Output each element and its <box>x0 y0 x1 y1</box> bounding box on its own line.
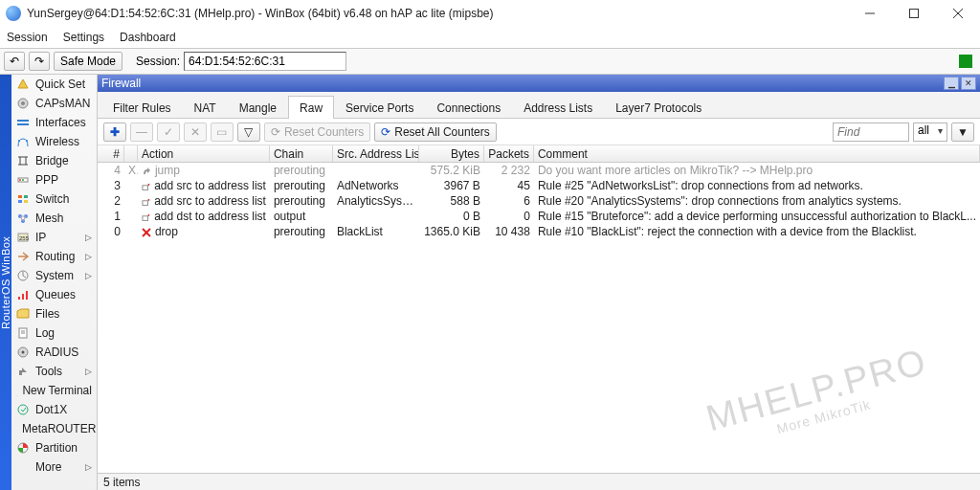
sidebar-icon <box>16 461 30 473</box>
sidebar-item-tools[interactable]: Tools▷ <box>11 362 97 381</box>
sidebar-icon <box>16 155 30 167</box>
table-row[interactable]: 1add dst to address listoutput0 B0Rule #… <box>98 209 980 224</box>
sidebar-item-label: System <box>35 269 74 282</box>
table-row[interactable]: 2add src to address listpreroutingAnalyt… <box>98 193 980 209</box>
sidebar-item-partition[interactable]: Partition <box>11 438 97 457</box>
sidebar-icon <box>16 346 30 358</box>
disable-button[interactable]: ✕ <box>184 122 207 142</box>
menu-dashboard[interactable]: Dashboard <box>120 31 176 44</box>
table-row[interactable]: 0droppreroutingBlackList1365.0 KiB10 438… <box>98 224 980 239</box>
remove-button[interactable]: — <box>130 122 153 142</box>
svg-rect-7 <box>17 120 29 122</box>
safe-mode-button[interactable]: Safe Mode <box>54 52 122 71</box>
content-area: Firewall ▁ ✕ Filter RulesNATMangleRawSer… <box>98 75 980 490</box>
sidebar-item-interfaces[interactable]: Interfaces <box>11 113 97 132</box>
sidebar-icon <box>16 117 30 128</box>
enable-button[interactable]: ✓ <box>157 122 180 142</box>
tab-layer7-protocols[interactable]: Layer7 Protocols <box>604 96 713 119</box>
panel-minimize-button[interactable]: ▁ <box>944 77 959 90</box>
undo-button[interactable]: ↶ <box>4 52 25 71</box>
titlebar: YunSergey@64:D1:54:52:6C:31 (MHelp.pro) … <box>0 0 980 27</box>
svg-point-9 <box>18 140 20 142</box>
sidebar-icon <box>16 366 30 377</box>
reset-all-counters-button[interactable]: ⟳Reset All Counters <box>374 122 496 142</box>
col-chain[interactable]: Chain <box>270 145 333 162</box>
sub-toolbar: ✚ — ✓ ✕ ▭ ▽ ⟳Reset Counters ⟳Reset All C… <box>98 119 980 145</box>
sidebar-item-ip[interactable]: 255IP▷ <box>11 228 97 247</box>
sidebar-item-quick-set[interactable]: Quick Set <box>11 75 97 94</box>
add-icon <box>142 181 150 190</box>
svg-rect-25 <box>22 294 24 300</box>
col-packets[interactable]: Packets <box>484 145 534 162</box>
tab-connections[interactable]: Connections <box>425 96 512 119</box>
redo-button[interactable]: ↷ <box>29 52 50 71</box>
col-bytes[interactable]: Bytes <box>419 145 484 162</box>
minimize-button[interactable] <box>848 0 892 27</box>
session-input[interactable]: 64:D1:54:52:6C:31 <box>184 52 346 71</box>
filter-select[interactable]: all <box>913 122 947 142</box>
svg-rect-42 <box>143 201 148 206</box>
tab-mangle[interactable]: Mangle <box>228 96 288 119</box>
sidebar-item-radius[interactable]: RADIUS <box>11 343 97 362</box>
sidebar-item-label: Partition <box>35 441 78 455</box>
sidebar-item-metarouter[interactable]: MetaROUTER <box>11 419 97 438</box>
sidebar-item-switch[interactable]: Switch <box>11 189 97 209</box>
svg-point-31 <box>22 351 25 354</box>
tab-raw[interactable]: Raw <box>288 96 334 119</box>
sidebar-item-label: Files <box>35 307 59 321</box>
sidebar-item-dot1x[interactable]: Dot1X <box>11 400 97 419</box>
sidebar-icon <box>16 136 30 147</box>
col-src[interactable]: Src. Address List <box>333 145 419 162</box>
tab-address-lists[interactable]: Address Lists <box>512 96 604 119</box>
sidebar-item-log[interactable]: Log <box>11 323 97 343</box>
sidebar-item-label: Interfaces <box>35 116 86 129</box>
table-row[interactable]: 3add src to address listpreroutingAdNetw… <box>98 178 980 193</box>
sidebar-item-routing[interactable]: Routing▷ <box>11 247 97 266</box>
sidebar-icon <box>16 308 30 320</box>
sidebar-item-new-terminal[interactable]: >_New Terminal <box>11 381 97 400</box>
tab-filter-rules[interactable]: Filter Rules <box>101 96 183 119</box>
table-row[interactable]: 4Xjumpprerouting575.2 KiB2 232Do you wan… <box>98 163 980 178</box>
col-index[interactable]: # <box>98 145 124 162</box>
tab-nat[interactable]: NAT <box>183 96 228 119</box>
sidebar-item-label: RADIUS <box>35 345 78 359</box>
sidebar-item-more[interactable]: More▷ <box>11 457 97 477</box>
grid-body[interactable]: 4Xjumpprerouting575.2 KiB2 232Do you wan… <box>98 163 980 473</box>
panel-close-button[interactable]: ✕ <box>961 77 976 90</box>
chevron-right-icon: ▷ <box>85 462 92 472</box>
svg-text:255: 255 <box>19 235 30 241</box>
statusbar: 5 items <box>98 473 980 490</box>
tab-service-ports[interactable]: Service Ports <box>334 96 425 119</box>
reset-counters-button[interactable]: ⟳Reset Counters <box>264 122 370 142</box>
svg-rect-39 <box>143 186 148 190</box>
comment-button[interactable]: ▭ <box>211 122 234 142</box>
sidebar-item-capsman[interactable]: CAPsMAN <box>11 94 97 113</box>
sidebar-item-mesh[interactable]: Mesh <box>11 209 97 228</box>
maximize-button[interactable] <box>892 0 936 27</box>
sidebar-item-label: Routing <box>35 250 75 263</box>
menu-settings[interactable]: Settings <box>63 31 104 44</box>
sidebar-item-wireless[interactable]: Wireless <box>11 132 97 151</box>
close-button[interactable] <box>936 0 980 27</box>
sidebar-icon <box>16 289 30 301</box>
sidebar-item-system[interactable]: System▷ <box>11 266 97 285</box>
sidebar-item-label: Quick Set <box>35 78 85 91</box>
sidebar-item-bridge[interactable]: Bridge <box>11 151 97 170</box>
svg-rect-24 <box>18 297 20 300</box>
col-action[interactable]: Action <box>138 145 270 162</box>
connection-indicator <box>959 55 972 68</box>
menu-session[interactable]: Session <box>7 31 48 44</box>
sidebar-item-ppp[interactable]: PPP <box>11 170 97 189</box>
find-input[interactable] <box>833 122 909 142</box>
sidebar-item-files[interactable]: Files <box>11 304 97 323</box>
sidebar-icon <box>16 174 30 186</box>
col-flag[interactable] <box>124 145 138 162</box>
add-button[interactable]: ✚ <box>103 122 126 142</box>
svg-rect-14 <box>18 195 22 198</box>
sidebar-item-label: MetaROUTER <box>22 422 96 435</box>
filter-button[interactable]: ▽ <box>237 122 260 142</box>
column-select-button[interactable]: ▼ <box>951 122 974 142</box>
chevron-right-icon: ▷ <box>85 367 92 376</box>
sidebar-item-queues[interactable]: Queues <box>11 285 97 304</box>
col-comment[interactable]: Comment <box>534 145 980 162</box>
